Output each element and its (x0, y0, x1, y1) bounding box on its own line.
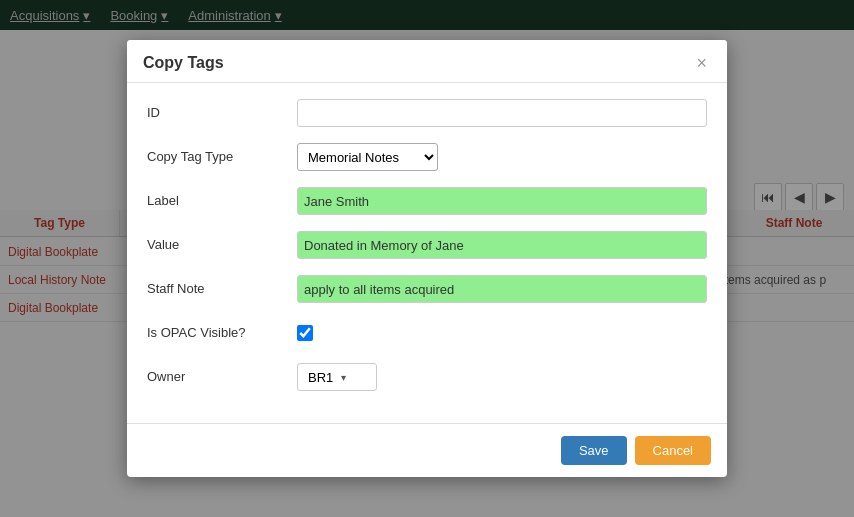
cancel-button[interactable]: Cancel (635, 436, 711, 465)
id-control (297, 99, 707, 127)
copy-tags-modal: Copy Tags × ID Copy Tag Type Memorial No… (127, 40, 727, 477)
save-button[interactable]: Save (561, 436, 627, 465)
opac-visible-label: Is OPAC Visible? (147, 319, 297, 340)
label-row: Label (147, 187, 707, 217)
opac-visible-checkbox[interactable] (297, 325, 313, 341)
opac-visible-row: Is OPAC Visible? (147, 319, 707, 349)
modal-body: ID Copy Tag Type Memorial Notes Digital … (127, 83, 727, 423)
modal-close-button[interactable]: × (692, 54, 711, 72)
modal-header: Copy Tags × (127, 40, 727, 83)
opac-visible-control (297, 319, 707, 344)
label-input[interactable] (297, 187, 707, 215)
copy-tag-type-label: Copy Tag Type (147, 143, 297, 164)
label-label: Label (147, 187, 297, 208)
label-control (297, 187, 707, 215)
owner-dropdown-button[interactable]: BR1 ▾ (297, 363, 377, 391)
id-label: ID (147, 99, 297, 120)
staff-note-input[interactable] (297, 275, 707, 303)
value-label: Value (147, 231, 297, 252)
value-control (297, 231, 707, 259)
id-row: ID (147, 99, 707, 129)
staff-note-control (297, 275, 707, 303)
owner-control: BR1 ▾ (297, 363, 707, 391)
copy-tag-type-row: Copy Tag Type Memorial Notes Digital Boo… (147, 143, 707, 173)
dropdown-caret-icon: ▾ (341, 372, 346, 383)
owner-value: BR1 (308, 370, 333, 385)
modal-title: Copy Tags (143, 54, 224, 72)
value-input[interactable] (297, 231, 707, 259)
value-row: Value (147, 231, 707, 261)
modal-overlay: Copy Tags × ID Copy Tag Type Memorial No… (0, 0, 854, 517)
copy-tag-type-control: Memorial Notes Digital Bookplate Local H… (297, 143, 707, 171)
staff-note-row: Staff Note (147, 275, 707, 305)
id-input[interactable] (297, 99, 707, 127)
owner-row: Owner BR1 ▾ (147, 363, 707, 393)
owner-label: Owner (147, 363, 297, 384)
copy-tag-type-select[interactable]: Memorial Notes Digital Bookplate Local H… (297, 143, 438, 171)
staff-note-label: Staff Note (147, 275, 297, 296)
modal-footer: Save Cancel (127, 423, 727, 477)
